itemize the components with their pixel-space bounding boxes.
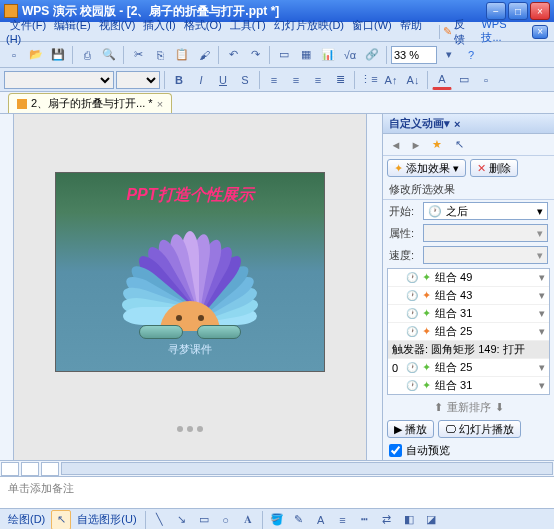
tab-close-icon[interactable]: × [157,98,163,110]
fill-color-icon[interactable]: 🪣 [267,510,287,530]
close-button[interactable]: × [530,2,550,20]
align-right-icon[interactable]: ≡ [308,70,328,90]
bullets-icon[interactable]: ⋮≡ [359,70,379,90]
autoshape-menu[interactable]: 自选图形(U) [73,510,140,529]
animation-item[interactable]: 🕐✦组合 25▾ [388,323,549,341]
draw-menu[interactable]: 绘图(D) [4,510,49,529]
italic-icon[interactable]: I [191,70,211,90]
pointer-icon[interactable]: ↖ [449,135,469,155]
normal-view-button[interactable] [1,462,19,476]
move-down-icon[interactable]: ⬇ [495,401,504,414]
format-painter-icon[interactable]: 🖌 [194,45,214,65]
table-icon[interactable]: ▦ [296,45,316,65]
font-color-icon[interactable]: A [432,70,452,90]
slide-canvas[interactable]: PPT打造个性展示 寻梦课件 [55,172,325,372]
dash-icon[interactable]: ┅ [355,510,375,530]
rect-icon[interactable]: ▭ [194,510,214,530]
align-left-icon[interactable]: ≡ [264,70,284,90]
fold-button[interactable] [139,325,183,339]
copy-icon[interactable]: ⎘ [150,45,170,65]
zoom-dropdown-icon[interactable]: ▾ [439,45,459,65]
animation-item[interactable]: 🕐✦组合 49▾ [388,269,549,287]
menu-item[interactable]: 视图(V) [95,17,140,33]
distribute-icon[interactable]: ≣ [330,70,350,90]
new-slide-icon[interactable]: ▫ [476,70,496,90]
menu-item[interactable]: 窗口(W) [348,17,396,33]
design-icon[interactable]: ▭ [454,70,474,90]
panel-dropdown-icon[interactable]: ▾ [444,117,450,130]
slideshow-view-button[interactable] [41,462,59,476]
animation-item[interactable]: 🕐✦组合 31▾ [388,305,549,323]
chevron-down-icon[interactable]: ▾ [539,325,545,338]
size-select[interactable] [116,71,160,89]
move-up-icon[interactable]: ⬆ [434,401,443,414]
menu-item[interactable]: 插入(I) [139,17,179,33]
thumbnail-pane[interactable] [0,114,14,460]
underline-icon[interactable]: U [213,70,233,90]
3d-icon[interactable]: ◪ [421,510,441,530]
help-icon[interactable]: ? [461,45,481,65]
formula-icon[interactable]: √α [340,45,360,65]
horizontal-scrollbar[interactable] [61,462,553,475]
decrease-font-icon[interactable]: A↓ [403,70,423,90]
start-select[interactable]: 🕐 之后 ▾ [423,202,548,220]
arrow-icon[interactable]: ↘ [172,510,192,530]
paste-icon[interactable]: 📋 [172,45,192,65]
textbox-icon[interactable]: 𝐀 [238,510,258,530]
line-style-icon[interactable]: ≡ [333,510,353,530]
file-tab[interactable]: 2、扇子的折叠与打开... * × [8,93,172,113]
nav-back-icon[interactable]: ◄ [387,137,405,153]
line-color-icon[interactable]: ✎ [289,510,309,530]
align-center-icon[interactable]: ≡ [286,70,306,90]
zoom-input[interactable]: 33 % [391,46,437,64]
preview-icon[interactable]: 🔍 [99,45,119,65]
add-effect-button[interactable]: ✦ 添加效果 ▾ [387,159,466,177]
open-icon[interactable]: 📂 [26,45,46,65]
doc-close-button[interactable]: × [532,25,548,39]
save-icon[interactable]: 💾 [48,45,68,65]
print-icon[interactable]: ⎙ [77,45,97,65]
nav-fwd-icon[interactable]: ► [407,137,425,153]
shadow-style-icon[interactable]: ◧ [399,510,419,530]
chevron-down-icon[interactable]: ▾ [539,379,545,392]
shadow-icon[interactable]: S [235,70,255,90]
wps-link[interactable]: WPS技... [481,18,526,45]
chart-icon[interactable]: 📊 [318,45,338,65]
animation-list[interactable]: 🕐✦组合 49▾🕐✦组合 43▾🕐✦组合 31▾🕐✦组合 25▾触发器: 圆角矩… [387,268,550,395]
undo-icon[interactable]: ↶ [223,45,243,65]
oval-icon[interactable]: ○ [216,510,236,530]
vertical-scrollbar[interactable] [366,114,382,460]
bold-icon[interactable]: B [169,70,189,90]
font-select[interactable] [4,71,114,89]
auto-preview-checkbox[interactable] [389,444,402,457]
open-button[interactable] [197,325,241,339]
animation-item[interactable]: 🕐✦组合 43▾ [388,287,549,305]
menu-item[interactable]: 格式(O) [180,17,226,33]
play-button[interactable]: ▶ 播放 [387,420,434,438]
notes-pane[interactable]: 单击添加备注 [0,476,554,508]
menu-item[interactable]: 编辑(E) [50,17,95,33]
chevron-down-icon[interactable]: ▾ [539,361,545,374]
slide-editor[interactable]: PPT打造个性展示 寻梦课件 [14,114,366,460]
panel-close-icon[interactable]: × [454,118,460,130]
slideshow-button[interactable]: 🖵 幻灯片播放 [438,420,521,438]
insert-slide-icon[interactable]: ▭ [274,45,294,65]
font-color-icon[interactable]: A [311,510,331,530]
animation-item[interactable]: 0🕐✦组合 25▾ [388,359,549,377]
increase-font-icon[interactable]: A↑ [381,70,401,90]
chevron-down-icon[interactable]: ▾ [539,289,545,302]
animation-item[interactable]: 🕐✦组合 31▾ [388,377,549,395]
redo-icon[interactable]: ↷ [245,45,265,65]
menu-item[interactable]: 工具(T) [226,17,270,33]
arrow-style-icon[interactable]: ⇄ [377,510,397,530]
feedback-link[interactable]: 反馈 [454,17,476,47]
animation-icon[interactable]: ★ [427,135,447,155]
delete-button[interactable]: ✕ 删除 [470,159,518,177]
sorter-view-button[interactable] [21,462,39,476]
select-icon[interactable]: ↖ [51,510,71,530]
new-icon[interactable]: ▫ [4,45,24,65]
chevron-down-icon[interactable]: ▾ [539,271,545,284]
hyperlink-icon[interactable]: 🔗 [362,45,382,65]
menu-item[interactable]: 幻灯片放映(D) [270,17,348,33]
chevron-down-icon[interactable]: ▾ [539,307,545,320]
